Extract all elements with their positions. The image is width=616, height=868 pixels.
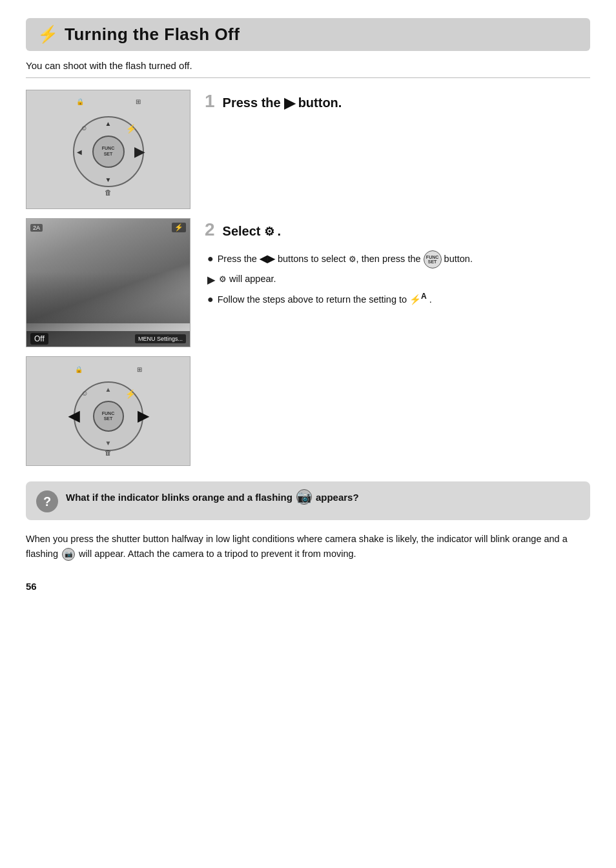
body-text-end: will appear. Attach the camera to a trip… [79,549,356,559]
step-1-row: 🔒 ⊞ FUNCSET ▲ ▼ ◀ [26,90,590,209]
step-1-number: 1 [205,92,215,110]
flash-icon: ⚡ [37,25,58,45]
step-1-title-pre: Press the [223,96,281,110]
tip-question-icon: ? [36,490,58,512]
tip-content: What if the indicator blinks orange and … [66,489,359,505]
step-1-title-post: button. [298,96,342,110]
bullet-circle-3: ● [207,292,214,307]
body-text: When you press the shutter button halfwa… [26,532,590,561]
page-header: ⚡ Turning the Flash Off [26,18,590,51]
step-1-image: 🔒 ⊞ FUNCSET ▲ ▼ ◀ [26,90,190,209]
step-3-content [205,356,590,359]
off-label: Off [30,333,48,345]
step-2-title-post: . [278,224,282,239]
bullet-3-text: Follow the steps above to return the set… [218,291,432,307]
bullet-1-text: Press the ◀▶ buttons to select ⚙, then p… [218,250,473,268]
body-camera-icon: 📷 [62,548,75,561]
func-set-icon-1: FUNCSET [424,250,442,268]
step-2-title: Select ⚙ . [223,224,282,239]
camera-top-bar: 2A ⚡ [30,223,186,232]
steps-container: 🔒 ⊞ FUNCSET ▲ ▼ ◀ [26,90,590,475]
step-1-content: 1 Press the ▶ button. [205,90,590,118]
step-1-title: Press the ▶ button. [223,95,342,112]
camera-bottom-bar: Off MENU Settings... [26,331,190,347]
bullet-arrow-2: ▶ [207,273,215,287]
tip-title-pre: What if the indicator blinks orange and … [66,490,293,504]
camera-dial-image-1: 🔒 ⊞ FUNCSET ▲ ▼ ◀ [26,90,190,208]
step-3-row: 🔒 ⊞ FUNCSET ◀ ▶ ▲ ▼ ☺ ⚡ [26,356,590,466]
bullet-3: ● Follow the steps above to return the s… [207,291,590,307]
bullet-circle-1: ● [207,251,214,266]
step-2-number: 2 [205,221,215,239]
divider [26,77,590,78]
page-title: Turning the Flash Off [65,25,240,45]
tip-camera-shake-icon: 📷 [296,489,312,505]
bullet-2-text: ⚙ will appear. [219,272,276,286]
page-number: 56 [26,581,590,592]
bullet-1: ● Press the ◀▶ buttons to select ⚙, then… [207,250,590,268]
subtitle: You can shoot with the flash turned off. [26,60,590,71]
tip-title: What if the indicator blinks orange and … [66,489,359,505]
bullet-2: ▶ ⚙ will appear. [207,272,590,287]
step-2-image: 2A ⚡ Off MENU Settings... [26,218,190,347]
menu-settings-label: MENU Settings... [135,334,186,343]
step-2-bullets: ● Press the ◀▶ buttons to select ⚙, then… [207,250,590,307]
step-3-image: 🔒 ⊞ FUNCSET ◀ ▶ ▲ ▼ ☺ ⚡ [26,356,190,466]
tip-box: ? What if the indicator blinks orange an… [26,481,590,520]
two-a-badge: 2A [30,224,43,232]
step-2-title-pre: Select [223,224,261,239]
camera-screen-image: 2A ⚡ Off MENU Settings... [26,219,190,347]
flash-badge: ⚡ [172,223,186,232]
step-1-arrow-icon: ▶ [284,95,295,112]
step-2-row: 2A ⚡ Off MENU Settings... 2 [26,218,590,347]
step-2-content: 2 Select ⚙ . ● Press the ◀▶ buttons to s… [205,218,590,310]
camera-dial-arrows-image: 🔒 ⊞ FUNCSET ◀ ▶ ▲ ▼ ☺ ⚡ [26,357,190,465]
tip-title-post: appears? [316,490,359,504]
step-2-symbol: ⚙ [264,225,274,239]
